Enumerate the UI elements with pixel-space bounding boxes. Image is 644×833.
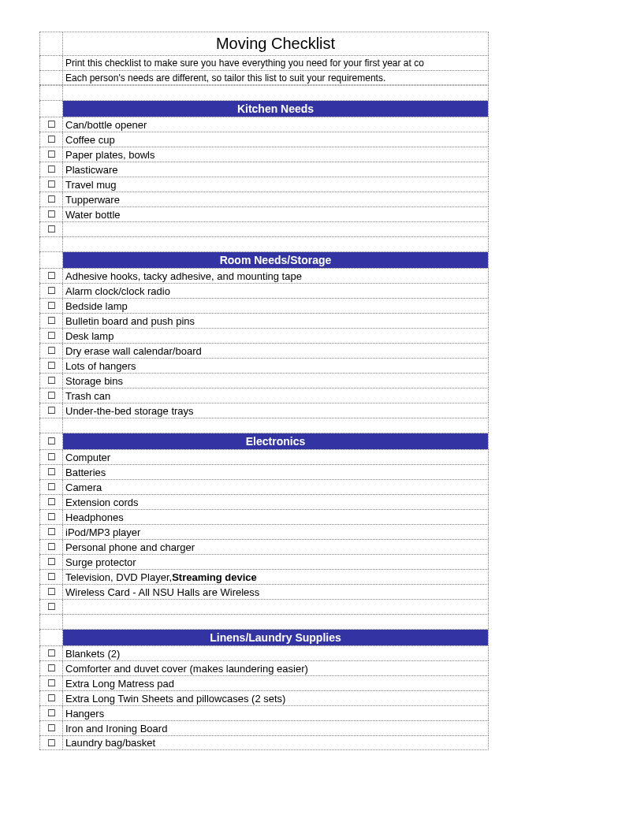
checklist-item-row: ☐Desk lamp xyxy=(39,328,489,343)
checklist-checkbox-cell: ☐ xyxy=(39,736,63,749)
checkbox-icon[interactable]: ☐ xyxy=(47,210,56,219)
checklist-item-row: ☐Bedside lamp xyxy=(39,298,489,313)
checklist-item-row: ☐Computer xyxy=(39,449,489,464)
checklist-item-row: ☐Alarm clock/clock radio xyxy=(39,283,489,298)
checklist-checkbox-cell: ☐ xyxy=(39,540,63,554)
checklist-checkbox-cell: ☐ xyxy=(39,177,63,192)
checkbox-icon[interactable]: ☐ xyxy=(47,361,56,370)
spacer-cell xyxy=(63,418,488,433)
spacer-cell xyxy=(63,237,488,251)
checklist-item-row: ☐Batteries xyxy=(39,464,489,479)
checklist-item-text: Trash can xyxy=(63,389,488,403)
checklist-checkbox-cell: ☐ xyxy=(39,676,63,690)
checklist-item-row: ☐Blankets (2) xyxy=(39,645,489,660)
checkbox-icon[interactable]: ☐ xyxy=(47,195,56,204)
checklist-item-row: ☐Water bottle xyxy=(39,206,489,221)
checkbox-icon[interactable]: ☐ xyxy=(47,497,56,507)
checklist-item-text: Extra Long Twin Sheets and pillowcases (… xyxy=(63,691,488,705)
spacer-gutter xyxy=(39,615,63,629)
checkbox-icon[interactable]: ☐ xyxy=(47,679,56,688)
checklist-checkbox-cell: ☐ xyxy=(39,450,63,464)
checklist-item-row: ☐Extra Long Twin Sheets and pillowcases … xyxy=(39,690,489,705)
checklist-checkbox-cell: ☐ xyxy=(39,691,63,705)
checkbox-icon[interactable]: ☐ xyxy=(47,150,56,159)
checkbox-icon[interactable]: ☐ xyxy=(47,452,56,462)
checkbox-icon[interactable]: ☐ xyxy=(47,664,56,673)
checklist-item-text: Travel mug xyxy=(63,177,488,192)
spacer-gutter xyxy=(39,418,63,433)
checklist-item-text: Laundry bag/basket xyxy=(63,736,488,749)
checkbox-icon[interactable]: ☐ xyxy=(47,542,56,552)
checklist-item-row: ☐Paper plates, bowls xyxy=(39,147,489,162)
checklist-checkbox-cell: ☐ xyxy=(39,661,63,675)
checklist-item-text: Bulletin board and push pins xyxy=(63,314,488,328)
checkbox-icon[interactable]: ☐ xyxy=(47,694,56,703)
checkbox-icon[interactable]: ☐ xyxy=(47,602,56,612)
checklist-item-row: ☐Hangers xyxy=(39,705,489,720)
checkbox-icon[interactable]: ☐ xyxy=(47,587,56,597)
checkbox-icon[interactable]: ☐ xyxy=(47,391,56,400)
checkbox-icon[interactable]: ☐ xyxy=(47,286,56,296)
description-text: Print this checklist to make sure you ha… xyxy=(63,56,488,70)
checkbox-icon[interactable]: ☐ xyxy=(47,331,56,340)
spacer-cell xyxy=(63,86,488,100)
checkbox-icon[interactable]: ☐ xyxy=(47,738,56,748)
checkbox-icon[interactable]: ☐ xyxy=(47,376,56,385)
checklist-checkbox-cell: ☐ xyxy=(39,344,63,358)
checklist-item-text: Extra Long Matress pad xyxy=(63,676,488,690)
checklist-checkbox-cell: ☐ xyxy=(39,359,63,373)
checklist-item-row: ☐Television, DVD Player, Streaming devic… xyxy=(39,569,489,584)
checklist-item-text: Dry erase wall calendar/board xyxy=(63,344,488,358)
checkbox-icon[interactable]: ☐ xyxy=(47,135,56,144)
checkbox-icon[interactable]: ☐ xyxy=(47,723,56,733)
checkbox-icon[interactable]: ☐ xyxy=(47,467,56,477)
section-header-gutter xyxy=(39,630,63,645)
page-title: Moving Checklist xyxy=(63,32,488,55)
checkbox-icon[interactable]: ☐ xyxy=(47,557,56,567)
blank-item-row: ☐ xyxy=(39,221,489,236)
blank-item-text xyxy=(63,600,488,614)
checklist-checkbox-cell: ☐ xyxy=(39,314,63,328)
checklist-item-text: Blankets (2) xyxy=(63,646,488,660)
checkbox-icon[interactable]: ☐ xyxy=(47,180,56,189)
checklist-item-text: Batteries xyxy=(63,465,488,479)
checkbox-icon[interactable]: ☐ xyxy=(47,649,56,658)
checkbox-icon[interactable]: ☐ xyxy=(47,120,56,129)
checklist-item-text: Hangers xyxy=(63,706,488,720)
checklist-item-row: ☐Coffee cup xyxy=(39,132,489,147)
section-header: ☐Electronics xyxy=(39,433,489,449)
checklist-checkbox-cell: ☐ xyxy=(39,162,63,177)
checkbox-icon[interactable]: ☐ xyxy=(47,572,56,582)
checklist-checkbox-cell: ☐ xyxy=(39,721,63,735)
checkbox-icon[interactable]: ☐ xyxy=(47,406,56,415)
checklist-item-row: ☐Tupperware xyxy=(39,192,489,206)
checklist-item-text: Paper plates, bowls xyxy=(63,147,488,162)
checkbox-icon[interactable]: ☐ xyxy=(47,225,56,234)
checkbox-icon[interactable]: ☐ xyxy=(47,346,56,355)
checklist-item-text: Surge protector xyxy=(63,555,488,569)
checklist-item-text: Iron and Ironing Board xyxy=(63,721,488,735)
section-heading: Electronics xyxy=(63,433,488,449)
spacer-row xyxy=(39,236,489,251)
checklist-item-row: ☐Lots of hangers xyxy=(39,358,489,373)
section-header-gutter xyxy=(39,252,63,268)
checkbox-icon[interactable]: ☐ xyxy=(47,708,56,718)
checkbox-icon[interactable]: ☐ xyxy=(47,512,56,522)
section-heading: Linens/Laundry Supplies xyxy=(63,630,488,645)
checklist-checkbox-cell: ☐ xyxy=(39,495,63,509)
checklist-item-text: Coffee cup xyxy=(63,132,488,147)
section-header-gutter xyxy=(39,101,63,117)
checkbox-icon[interactable]: ☐ xyxy=(47,301,56,311)
checkbox-icon[interactable]: ☐ xyxy=(47,165,56,174)
checkbox-icon[interactable]: ☐ xyxy=(47,437,56,446)
checklist-checkbox-cell: ☐ xyxy=(39,706,63,720)
title-row: Moving Checklist xyxy=(39,32,489,55)
checklist-item-text: Camera xyxy=(63,480,488,494)
spacer-row xyxy=(39,614,489,629)
checkbox-icon[interactable]: ☐ xyxy=(47,482,56,492)
checklist-item-text: Storage bins xyxy=(63,374,488,388)
checkbox-icon[interactable]: ☐ xyxy=(47,316,56,325)
checkbox-icon[interactable]: ☐ xyxy=(47,271,56,281)
checklist-item-row: ☐Extension cords xyxy=(39,494,489,509)
checkbox-icon[interactable]: ☐ xyxy=(47,527,56,537)
